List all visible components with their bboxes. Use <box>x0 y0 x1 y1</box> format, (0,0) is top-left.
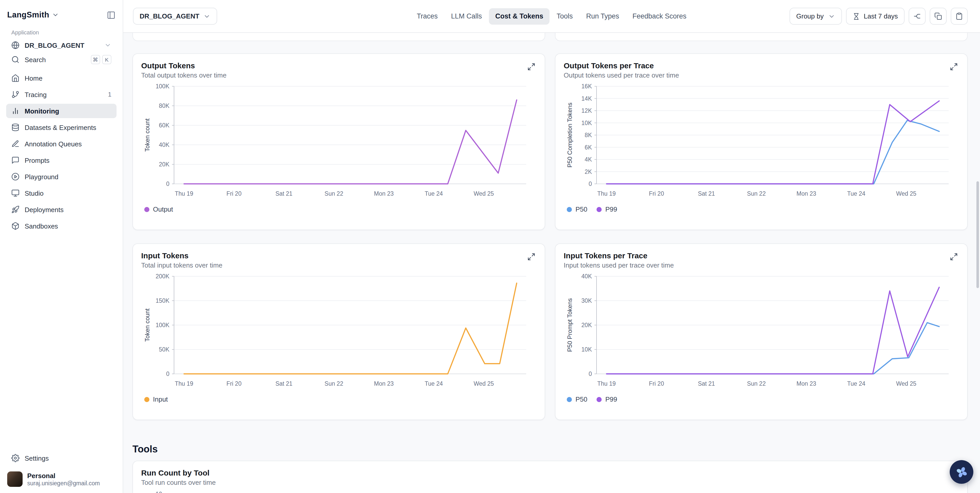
project-selector[interactable]: DR_BLOG_AGENT <box>6 38 116 53</box>
legend-item-p99[interactable]: P99 <box>597 206 617 213</box>
project-dropdown[interactable]: DR_BLOG_AGENT <box>133 8 217 25</box>
svg-text:0: 0 <box>166 180 169 187</box>
run-count-by-tool-card: Run Count by Tool Tool run counts over t… <box>132 461 968 493</box>
legend-item-output[interactable]: Output <box>144 206 173 213</box>
time-range-button[interactable]: Last 7 days <box>846 8 905 25</box>
sidebar-item-label: Monitoring <box>25 107 59 115</box>
svg-text:Sat 21: Sat 21 <box>275 380 293 387</box>
svg-text:Sun 22: Sun 22 <box>747 380 766 387</box>
sidebar-item-prompts[interactable]: Prompts <box>6 153 116 168</box>
sidebar-item-studio[interactable]: Studio <box>6 186 116 200</box>
sidebar-item-sandboxes[interactable]: Sandboxes <box>6 219 116 233</box>
svg-text:12K: 12K <box>581 107 592 114</box>
chevron-down-icon[interactable] <box>52 11 59 19</box>
expand-chart-button[interactable] <box>524 60 539 75</box>
tab-run-types[interactable]: Run Types <box>580 8 625 24</box>
svg-text:Sun 22: Sun 22 <box>325 380 343 387</box>
tools-section-heading: Tools <box>132 444 158 455</box>
sidebar: LangSmith Application DR_BLOG_AGENT Sear… <box>0 0 123 493</box>
maximize-icon <box>950 252 958 262</box>
tab-cost-tokens[interactable]: Cost & Tokens <box>489 8 549 24</box>
output-tokens-per-trace-line-chart: 02K4K6K8K10K12K14K16KThu 19Fri 20Sat 21S… <box>564 82 960 201</box>
group-by-dropdown[interactable]: Group by <box>789 8 842 25</box>
tab-feedback-scores[interactable]: Feedback Scores <box>626 8 692 24</box>
sidebar-item-home[interactable]: Home <box>6 71 116 85</box>
tab-tools[interactable]: Tools <box>550 8 579 24</box>
monitor-tabs: TracesLLM CallsCost & TokensToolsRun Typ… <box>411 8 692 24</box>
tab-llm-calls[interactable]: LLM Calls <box>445 8 488 24</box>
chart-legend: P50P99 <box>564 396 959 403</box>
sidebar-item-tracing[interactable]: Tracing1 <box>6 87 116 102</box>
account-menu[interactable]: Personal suraj.unisiegen@gmail.com <box>6 471 116 487</box>
account-name: Personal <box>27 472 100 480</box>
search-button[interactable]: Search ⌘ K <box>6 53 116 67</box>
tab-traces[interactable]: Traces <box>411 8 444 24</box>
sidebar-item-monitoring[interactable]: Monitoring <box>6 104 116 118</box>
sidebar-item-deployments[interactable]: Deployments <box>6 202 116 217</box>
svg-text:10K: 10K <box>581 120 592 126</box>
svg-text:0: 0 <box>589 180 592 187</box>
svg-text:Tue 24: Tue 24 <box>425 380 443 387</box>
sidebar-collapse-icon[interactable] <box>107 11 116 19</box>
legend-dot <box>597 207 601 212</box>
svg-text:Tue 24: Tue 24 <box>847 380 865 387</box>
input-tokens-card: Input Tokens Total input tokens over tim… <box>132 243 545 420</box>
copy-button[interactable] <box>930 8 947 25</box>
chart-legend: Output <box>141 206 536 213</box>
expand-chart-button[interactable] <box>947 250 961 265</box>
svg-text:100K: 100K <box>156 322 169 329</box>
monitoring-icon <box>11 107 19 115</box>
output-tokens-card: Output Tokens Total output tokens over t… <box>132 53 545 230</box>
clipboard-button[interactable] <box>951 8 968 25</box>
chart-title: Output Tokens <box>141 61 536 70</box>
legend-item-p99[interactable]: P99 <box>597 396 617 403</box>
scrollbar[interactable] <box>977 181 979 288</box>
assistant-button[interactable] <box>950 460 973 484</box>
home-icon <box>11 74 19 82</box>
gear-icon <box>11 454 19 462</box>
legend-item-input[interactable]: Input <box>144 396 168 403</box>
chevron-down-icon <box>104 41 111 49</box>
svg-text:Wed 25: Wed 25 <box>474 190 494 197</box>
trace-tree-button[interactable] <box>908 8 926 25</box>
legend-label: P99 <box>605 206 617 213</box>
svg-text:Fri 20: Fri 20 <box>649 190 664 197</box>
expand-chart-button[interactable] <box>947 60 961 75</box>
chart-subtitle: Tool run counts over time <box>141 479 959 486</box>
sidebar-item-playground[interactable]: Playground <box>6 169 116 184</box>
search-shortcut: ⌘ K <box>91 55 111 64</box>
chart-legend: Input <box>141 396 536 403</box>
legend-item-p50[interactable]: P50 <box>567 396 587 403</box>
search-icon <box>11 56 19 64</box>
svg-text:Sat 21: Sat 21 <box>275 190 293 197</box>
prompts-icon <box>11 156 19 164</box>
svg-text:0: 0 <box>166 370 169 377</box>
legend-dot <box>144 207 150 212</box>
chart-title: Run Count by Tool <box>141 468 959 477</box>
sidebar-item-label: Deployments <box>25 206 64 213</box>
sidebar-item-label: Playground <box>25 173 59 180</box>
sidebar-item-datasets-experiments[interactable]: Datasets & Experiments <box>6 120 116 134</box>
sidebar-item-settings[interactable]: Settings <box>6 451 116 465</box>
legend-item-p50[interactable]: P50 <box>567 206 587 213</box>
sidebar-item-annotation-queues[interactable]: Annotation Queues <box>6 137 116 151</box>
globe-icon <box>11 41 19 49</box>
svg-text:Mon 23: Mon 23 <box>374 190 394 197</box>
expand-chart-button[interactable] <box>524 250 539 265</box>
svg-text:Mon 23: Mon 23 <box>374 380 394 387</box>
legend-dot <box>567 397 572 402</box>
svg-text:8K: 8K <box>585 132 592 139</box>
svg-text:Wed 25: Wed 25 <box>896 380 916 387</box>
svg-text:Mon 23: Mon 23 <box>797 190 816 197</box>
svg-text:6K: 6K <box>585 144 592 151</box>
chart-title: Input Tokens <box>141 251 536 260</box>
svg-text:4K: 4K <box>585 156 592 163</box>
cmd-key: ⌘ <box>91 55 100 64</box>
sidebar-item-label: Annotation Queues <box>25 140 82 148</box>
svg-text:0: 0 <box>589 370 592 377</box>
search-label: Search <box>25 56 46 64</box>
sidebar-item-label: Studio <box>25 189 44 197</box>
settings-label: Settings <box>25 454 49 462</box>
svg-text:100K: 100K <box>156 83 169 89</box>
axis-tick-label: 10 <box>156 491 162 493</box>
